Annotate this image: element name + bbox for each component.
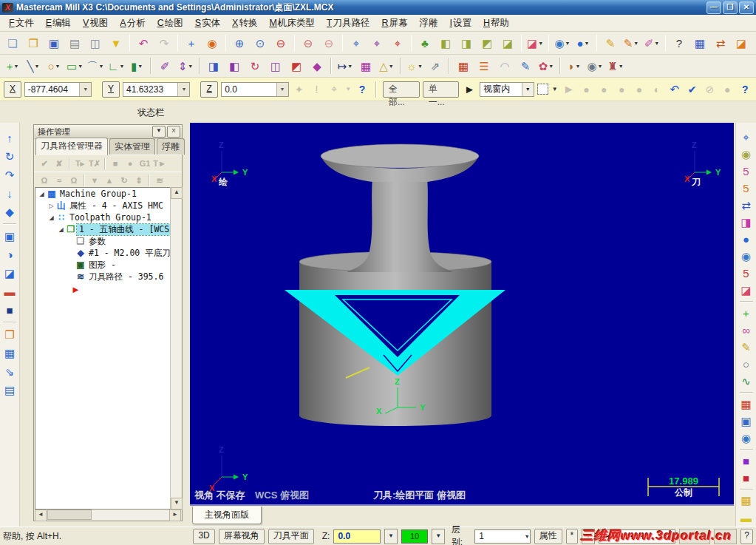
graphics-viewport[interactable]: Z Y X 绘 Z Y X 刀 Z Y — [190, 123, 734, 506]
zoom-out-button[interactable]: ⊖ — [271, 33, 290, 53]
transform-squares-button[interactable]: ◨ — [738, 214, 755, 230]
create-arc-button[interactable]: ○▼ — [44, 56, 64, 75]
gview-side-button[interactable]: ◩ — [477, 33, 497, 53]
dynamic-rotate-button[interactable]: ◉ — [202, 33, 222, 53]
zoom-in-button[interactable]: ⊕ — [230, 33, 249, 53]
solid-extrude-button[interactable]: ↑ — [1, 129, 18, 146]
gview-top-button[interactable]: ◧ — [436, 33, 455, 53]
attributes-button[interactable]: 属性 — [534, 529, 562, 544]
lock-operation-button[interactable]: Ω — [37, 174, 52, 188]
dropdown-arrow-icon[interactable]: ▼ — [188, 64, 193, 69]
close-button[interactable]: ✕ — [739, 1, 754, 14]
dropdown-arrow-icon[interactable]: ▼ — [35, 64, 40, 69]
dropdown-arrow-icon[interactable]: ▼ — [585, 41, 590, 46]
dropdown-arrow-icon[interactable]: ▼ — [565, 41, 571, 46]
create-primitive-button[interactable]: ▮▼ — [127, 56, 146, 75]
attr-color-red-button[interactable]: ■ — [738, 470, 755, 486]
create-fillet-button[interactable]: ⌒▼ — [86, 56, 105, 75]
g1-edit-button[interactable]: G1 — [137, 157, 152, 171]
dropdown-arrow-icon[interactable]: ▼ — [55, 64, 61, 69]
collapse-icon[interactable]: ◢ — [38, 191, 46, 197]
menu-H[interactable]: H帮助 — [477, 15, 515, 32]
regen-selected-button[interactable]: T▸ — [72, 157, 87, 171]
color-dropdown[interactable]: ▼ — [432, 529, 444, 544]
selection-cursor-icon[interactable]: ► — [462, 83, 477, 95]
chevron-down-icon[interactable]: ▼ — [276, 83, 288, 96]
measure-vertical-button[interactable]: ⇕▼ — [176, 56, 195, 75]
zoom-previous-button[interactable]: ⊖ — [319, 33, 338, 53]
tree-row[interactable]: ▷山属性 - 4 - AXIS HMC — [35, 200, 180, 211]
main-view-panel-tab[interactable]: 主视角面版 — [192, 507, 262, 524]
attr-palette-button[interactable]: ▦ — [738, 493, 755, 509]
panel-close-button[interactable]: X — [167, 126, 180, 138]
menu-浮雕[interactable]: 浮雕 — [413, 15, 443, 32]
menu-M[interactable]: M机床类型 — [263, 15, 320, 32]
dropdown-arrow-icon[interactable]: ▼ — [576, 64, 581, 69]
create-rectangle-button[interactable]: ▭▼ — [65, 56, 84, 75]
material-box-button[interactable]: ◪ — [732, 33, 751, 53]
menu-F[interactable]: F文件 — [3, 15, 40, 32]
solid-project-button[interactable]: ⇘ — [1, 363, 18, 380]
tree-item-label[interactable]: 1 - 五轴曲线 - [WCS — [77, 224, 171, 235]
tree-row[interactable]: ◢❐1 - 五轴曲线 - [WCS — [35, 223, 180, 235]
surface-dome-button[interactable]: ◠ — [495, 56, 514, 75]
tree-row[interactable]: ▣图形 - — [35, 259, 180, 271]
gview-tree-button[interactable]: ♣ — [415, 33, 435, 53]
move-up-button[interactable]: ▲ — [102, 174, 117, 188]
menu-X[interactable]: X转换 — [226, 15, 263, 32]
scroll-insert-button[interactable]: ↻ — [117, 174, 132, 188]
attr-color-purple-button[interactable]: ■ — [738, 453, 755, 469]
z-depth-input[interactable]: 0.0 — [333, 529, 381, 544]
quick-spline-button[interactable]: ∿ — [738, 373, 755, 389]
dropdown-arrow-icon[interactable]: ▼ — [654, 41, 659, 46]
save-file-button[interactable]: ▣ — [44, 33, 64, 53]
mode-3d-button[interactable]: 3D — [193, 529, 214, 544]
toggle-toolpath-display-button[interactable]: ≈ — [52, 174, 67, 188]
solid-revolve-button[interactable]: ↻ — [1, 148, 18, 165]
pan-button[interactable]: + — [182, 33, 201, 53]
tree-item-label[interactable]: Machine Group-1 — [58, 189, 139, 199]
attr-style-button[interactable]: ▬ — [738, 510, 755, 526]
wireframe-sphere-button[interactable]: ◉ — [738, 146, 755, 162]
menu-E[interactable]: E编辑 — [40, 15, 77, 32]
render-globe-button[interactable]: ◉▼ — [553, 33, 572, 53]
new-file-button[interactable]: ❏ — [3, 33, 22, 53]
hide-toolpath-button[interactable]: ≋ — [152, 174, 167, 188]
window-select-icon[interactable] — [537, 84, 548, 95]
lock-display-button[interactable]: Ω — [67, 174, 81, 188]
pointer-diagonal-button[interactable]: ⇗ — [426, 56, 445, 75]
screen-view-button[interactable]: 屏幕视角 — [219, 529, 265, 544]
menu-R[interactable]: R屏幕 — [375, 15, 413, 32]
cube-pencil-button[interactable]: ▣ — [738, 413, 755, 429]
fit-screen-button[interactable]: ⌖ — [347, 33, 366, 53]
verify-button[interactable]: ● — [123, 157, 137, 171]
delete-entity-button[interactable]: ▼ — [106, 33, 126, 53]
solid-trim-button[interactable]: ◪ — [1, 265, 18, 282]
chevron-down-icon[interactable]: ▼ — [177, 83, 189, 96]
z-coordinate-input[interactable]: 0.0▼ — [221, 82, 288, 97]
menu-A[interactable]: A分析 — [114, 15, 151, 32]
redo-button[interactable]: ↷ — [154, 33, 174, 53]
menu-V[interactable]: V视图 — [77, 15, 114, 32]
analyze-eraser-button[interactable]: ✐▼ — [642, 33, 661, 53]
measure-cursor-button[interactable]: ✐ — [155, 56, 174, 75]
level-combo[interactable]: 1▼ — [474, 529, 530, 544]
operations-tree[interactable]: ◢▦Machine Group-1▷山属性 - 4 - AXIS HMC◢∷To… — [35, 187, 181, 510]
minimize-button[interactable]: — — [706, 1, 721, 14]
coord-help-button[interactable]: ? — [355, 84, 370, 95]
shading-mode-button[interactable]: ◪▼ — [525, 33, 545, 53]
machine-sim-button[interactable]: ◗▼ — [565, 56, 584, 75]
toggle-insert-button[interactable]: ⇕ — [132, 174, 146, 188]
c5-brush-button[interactable]: 5 — [738, 180, 755, 196]
post-process-button[interactable]: T► — [152, 157, 167, 171]
mesh-sphere-button[interactable]: ◉▼ — [585, 56, 605, 75]
dropdown-arrow-icon[interactable]: ▼ — [137, 64, 143, 69]
print-button[interactable]: ▤ — [65, 33, 84, 53]
dropdown-arrow-icon[interactable]: ▼ — [633, 41, 638, 46]
dropdown-arrow-icon[interactable]: ▼ — [619, 64, 624, 69]
swap-levels-button[interactable]: ⇄ — [711, 33, 730, 53]
menu-S[interactable]: S实体 — [189, 15, 226, 32]
dropdown-arrow-icon[interactable]: ▼ — [538, 41, 543, 46]
undo-button[interactable]: ↶ — [134, 33, 153, 53]
tab-实体管理[interactable]: 实体管理 — [109, 138, 155, 155]
